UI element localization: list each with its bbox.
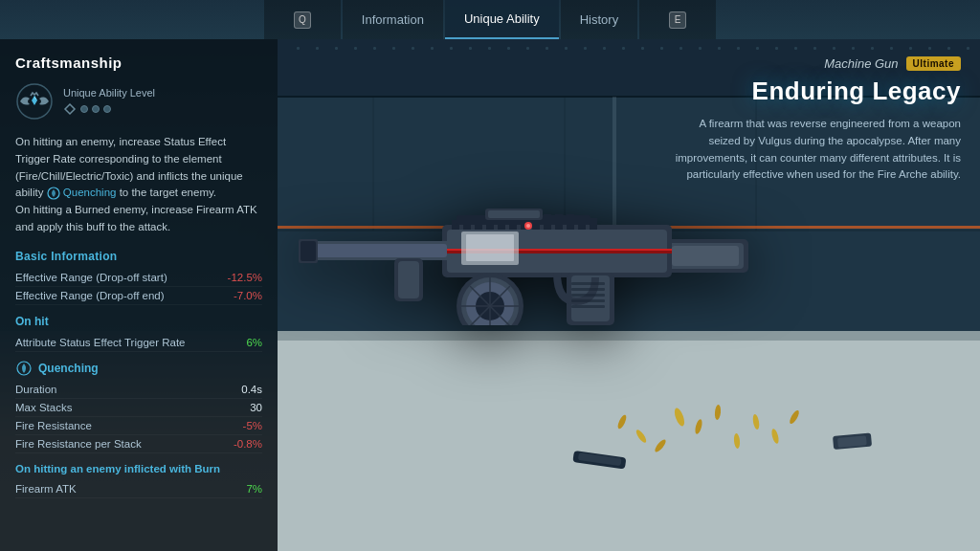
stat-label: Effective Range (Drop-off end) bbox=[15, 290, 224, 301]
stat-value: -5% bbox=[224, 420, 262, 431]
svg-rect-88 bbox=[466, 234, 514, 261]
svg-rect-102 bbox=[571, 282, 605, 285]
ability-level-label: Unique Ability Level bbox=[63, 87, 155, 99]
svg-rect-104 bbox=[571, 294, 605, 297]
stat-value: 30 bbox=[224, 402, 262, 413]
level-dot-1 bbox=[80, 105, 88, 113]
quenching-section-label: Quenching bbox=[38, 362, 99, 375]
craftsmanship-title: Craftsmanship bbox=[15, 55, 262, 71]
stat-value: -12.5% bbox=[224, 272, 262, 283]
q-key: Q bbox=[294, 11, 311, 29]
stat-label: Max Stacks bbox=[15, 402, 224, 413]
tab-history-label: History bbox=[580, 12, 618, 27]
stat-row: Fire Resistance -5% bbox=[15, 417, 262, 435]
weapon-type-row: Machine Gun Ultimate bbox=[674, 56, 961, 71]
tab-q[interactable]: Q bbox=[264, 0, 341, 39]
top-nav: Q Information Unique Ability History E bbox=[0, 0, 980, 39]
svg-rect-63 bbox=[672, 246, 739, 266]
weapon-type-text: Machine Gun bbox=[824, 56, 898, 71]
stat-row: Max Stacks 30 bbox=[15, 399, 262, 417]
level-diamond-icon bbox=[63, 102, 77, 116]
stat-row: Firearm ATK 7% bbox=[15, 480, 262, 498]
svg-rect-78 bbox=[590, 218, 597, 230]
on-burn-label: On hitting an enemy inflicted with Burn bbox=[15, 463, 262, 474]
quenching-stats-list: Duration 0.4s Max Stacks 30 Fire Resista… bbox=[15, 381, 262, 453]
weapon-name: Enduring Legacy bbox=[674, 77, 961, 106]
stat-label: Duration bbox=[15, 384, 224, 395]
stat-label: Fire Resistance per Stack bbox=[15, 438, 224, 450]
stat-row: Fire Resistance per Stack -0.8% bbox=[15, 435, 262, 453]
level-dot-3 bbox=[103, 105, 111, 113]
svg-rect-108 bbox=[398, 261, 419, 298]
burn-stats-list: Firearm ATK 7% bbox=[15, 480, 262, 498]
right-info-panel: Machine Gun Ultimate Enduring Legacy A f… bbox=[655, 39, 980, 199]
quenching-inline-icon bbox=[47, 187, 60, 200]
tab-information[interactable]: Information bbox=[343, 0, 443, 39]
left-panel: Craftsmanship Unique Ability Level bbox=[0, 39, 278, 551]
stat-value: 0.4s bbox=[224, 384, 262, 395]
stat-label: Attribute Status Effect Trigger Rate bbox=[15, 337, 224, 348]
ability-level-info: Unique Ability Level bbox=[63, 87, 155, 116]
stat-value: -7.0% bbox=[224, 290, 262, 301]
stat-value: 7% bbox=[224, 483, 262, 495]
stat-label: Effective Range (Drop-off start) bbox=[15, 272, 224, 283]
svg-rect-99 bbox=[488, 210, 540, 218]
svg-marker-112 bbox=[65, 104, 75, 114]
tab-information-label: Information bbox=[362, 12, 424, 27]
weapon-description: A firearm that was reverse engineered fr… bbox=[674, 116, 961, 184]
svg-point-101 bbox=[526, 224, 530, 228]
tab-e[interactable]: E bbox=[639, 0, 716, 39]
stat-value: -0.8% bbox=[224, 438, 262, 450]
basic-info-header: Basic Information bbox=[15, 250, 262, 263]
e-key: E bbox=[669, 11, 686, 29]
ultimate-badge: Ultimate bbox=[906, 56, 961, 71]
ability-level-dots bbox=[63, 102, 155, 116]
stat-label: Firearm ATK bbox=[15, 483, 224, 495]
tab-history[interactable]: History bbox=[561, 0, 637, 39]
quenching-section-icon bbox=[15, 360, 33, 377]
level-dot-2 bbox=[92, 105, 100, 113]
on-hit-stats-list: Attribute Status Effect Trigger Rate 6% bbox=[15, 334, 262, 352]
on-hit-label: On hit bbox=[15, 315, 262, 328]
stat-row: Attribute Status Effect Trigger Rate 6% bbox=[15, 334, 262, 352]
stat-row: Duration 0.4s bbox=[15, 381, 262, 399]
tab-unique-ability[interactable]: Unique Ability bbox=[445, 0, 559, 39]
stat-row: Effective Range (Drop-off end) -7.0% bbox=[15, 287, 262, 305]
ability-level-row: Unique Ability Level bbox=[15, 82, 262, 121]
tab-unique-ability-label: Unique Ability bbox=[464, 11, 540, 26]
stat-value: 6% bbox=[224, 337, 262, 348]
quenching-text: Quenching bbox=[63, 187, 117, 198]
stat-label: Fire Resistance bbox=[15, 420, 224, 431]
svg-rect-106 bbox=[571, 305, 605, 308]
svg-rect-103 bbox=[571, 288, 605, 291]
basic-stats-list: Effective Range (Drop-off start) -12.5% … bbox=[15, 269, 262, 305]
svg-rect-105 bbox=[571, 299, 605, 302]
svg-rect-82 bbox=[301, 241, 316, 261]
ability-description: On hitting an enemy, increase Status Eff… bbox=[15, 134, 262, 236]
stat-row: Effective Range (Drop-off start) -12.5% bbox=[15, 269, 262, 287]
quenching-section-header: Quenching bbox=[15, 360, 262, 377]
svg-rect-80 bbox=[303, 244, 447, 257]
ability-icon bbox=[15, 82, 54, 121]
